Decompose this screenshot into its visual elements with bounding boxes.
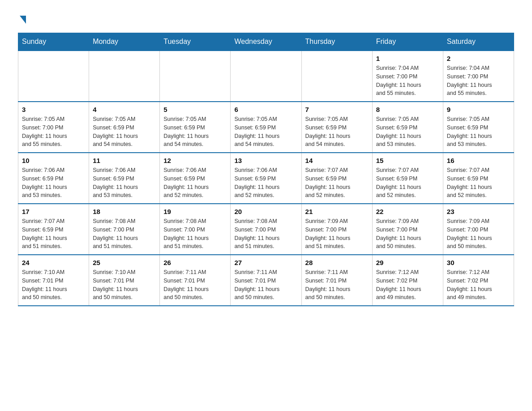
- day-info: Sunrise: 7:06 AM Sunset: 6:59 PM Dayligh…: [163, 166, 227, 200]
- day-info: Sunrise: 7:10 AM Sunset: 7:01 PM Dayligh…: [93, 268, 156, 302]
- calendar-header-monday: Monday: [89, 33, 160, 51]
- day-info: Sunrise: 7:12 AM Sunset: 7:02 PM Dayligh…: [447, 268, 510, 302]
- calendar-cell: 20Sunrise: 7:08 AM Sunset: 7:00 PM Dayli…: [231, 204, 301, 255]
- logo-arrow-icon: [20, 16, 26, 24]
- calendar-table: SundayMondayTuesdayWednesdayThursdayFrid…: [18, 33, 514, 306]
- day-number: 2: [447, 55, 510, 62]
- day-number: 24: [22, 259, 85, 266]
- day-info: Sunrise: 7:05 AM Sunset: 6:59 PM Dayligh…: [376, 115, 439, 149]
- day-number: 15: [376, 157, 439, 164]
- day-number: 29: [376, 259, 439, 266]
- day-info: Sunrise: 7:08 AM Sunset: 7:00 PM Dayligh…: [163, 217, 227, 251]
- calendar-cell: [231, 51, 301, 102]
- day-info: Sunrise: 7:07 AM Sunset: 6:59 PM Dayligh…: [305, 166, 369, 200]
- calendar-cell: 9Sunrise: 7:05 AM Sunset: 6:59 PM Daylig…: [443, 102, 514, 153]
- day-number: 20: [234, 208, 297, 215]
- day-info: Sunrise: 7:09 AM Sunset: 7:00 PM Dayligh…: [376, 217, 439, 251]
- calendar-cell: 14Sunrise: 7:07 AM Sunset: 6:59 PM Dayli…: [301, 153, 372, 204]
- day-info: Sunrise: 7:12 AM Sunset: 7:02 PM Dayligh…: [376, 268, 439, 302]
- day-number: 18: [93, 208, 156, 215]
- day-number: 16: [447, 157, 510, 164]
- day-number: 6: [234, 106, 297, 113]
- calendar-cell: 3Sunrise: 7:05 AM Sunset: 7:00 PM Daylig…: [18, 102, 89, 153]
- day-number: 26: [163, 259, 227, 266]
- calendar-cell: 15Sunrise: 7:07 AM Sunset: 6:59 PM Dayli…: [372, 153, 443, 204]
- calendar-cell: 25Sunrise: 7:10 AM Sunset: 7:01 PM Dayli…: [89, 255, 160, 306]
- day-info: Sunrise: 7:05 AM Sunset: 6:59 PM Dayligh…: [93, 115, 156, 149]
- calendar-header-sunday: Sunday: [18, 33, 89, 51]
- calendar-cell: [18, 51, 89, 102]
- day-info: Sunrise: 7:08 AM Sunset: 7:00 PM Dayligh…: [93, 217, 156, 251]
- calendar-week-row: 3Sunrise: 7:05 AM Sunset: 7:00 PM Daylig…: [18, 102, 514, 153]
- day-number: 22: [376, 208, 439, 215]
- day-info: Sunrise: 7:06 AM Sunset: 6:59 PM Dayligh…: [22, 166, 85, 200]
- day-info: Sunrise: 7:06 AM Sunset: 6:59 PM Dayligh…: [93, 166, 156, 200]
- day-number: 9: [447, 106, 510, 113]
- calendar-header-wednesday: Wednesday: [231, 33, 301, 51]
- day-number: 14: [305, 157, 369, 164]
- calendar-cell: 24Sunrise: 7:10 AM Sunset: 7:01 PM Dayli…: [18, 255, 89, 306]
- day-info: Sunrise: 7:09 AM Sunset: 7:00 PM Dayligh…: [447, 217, 510, 251]
- calendar-cell: 18Sunrise: 7:08 AM Sunset: 7:00 PM Dayli…: [89, 204, 160, 255]
- calendar-cell: [160, 51, 231, 102]
- calendar-cell: 11Sunrise: 7:06 AM Sunset: 6:59 PM Dayli…: [89, 153, 160, 204]
- day-info: Sunrise: 7:04 AM Sunset: 7:00 PM Dayligh…: [376, 64, 439, 98]
- calendar-cell: 13Sunrise: 7:06 AM Sunset: 6:59 PM Dayli…: [231, 153, 301, 204]
- day-number: 5: [163, 106, 227, 113]
- day-number: 27: [234, 259, 297, 266]
- day-info: Sunrise: 7:07 AM Sunset: 6:59 PM Dayligh…: [22, 217, 85, 251]
- calendar-cell: 4Sunrise: 7:05 AM Sunset: 6:59 PM Daylig…: [89, 102, 160, 153]
- day-info: Sunrise: 7:11 AM Sunset: 7:01 PM Dayligh…: [305, 268, 369, 302]
- calendar-header-thursday: Thursday: [301, 33, 372, 51]
- day-info: Sunrise: 7:05 AM Sunset: 6:59 PM Dayligh…: [163, 115, 227, 149]
- calendar-cell: 22Sunrise: 7:09 AM Sunset: 7:00 PM Dayli…: [372, 204, 443, 255]
- day-number: 10: [22, 157, 85, 164]
- day-info: Sunrise: 7:05 AM Sunset: 6:59 PM Dayligh…: [447, 115, 510, 149]
- calendar-cell: 7Sunrise: 7:05 AM Sunset: 6:59 PM Daylig…: [301, 102, 372, 153]
- day-info: Sunrise: 7:05 AM Sunset: 7:00 PM Dayligh…: [22, 115, 85, 149]
- day-number: 23: [447, 208, 510, 215]
- calendar-cell: 12Sunrise: 7:06 AM Sunset: 6:59 PM Dayli…: [160, 153, 231, 204]
- day-info: Sunrise: 7:05 AM Sunset: 6:59 PM Dayligh…: [234, 115, 297, 149]
- day-info: Sunrise: 7:11 AM Sunset: 7:01 PM Dayligh…: [234, 268, 297, 302]
- calendar-cell: 1Sunrise: 7:04 AM Sunset: 7:00 PM Daylig…: [372, 51, 443, 102]
- day-info: Sunrise: 7:04 AM Sunset: 7:00 PM Dayligh…: [447, 64, 510, 98]
- day-number: 21: [305, 208, 369, 215]
- calendar-cell: [89, 51, 160, 102]
- day-number: 1: [376, 55, 439, 62]
- day-number: 19: [163, 208, 227, 215]
- day-number: 30: [447, 259, 510, 266]
- day-number: 8: [376, 106, 439, 113]
- calendar-week-row: 17Sunrise: 7:07 AM Sunset: 6:59 PM Dayli…: [18, 204, 514, 255]
- day-info: Sunrise: 7:09 AM Sunset: 7:00 PM Dayligh…: [305, 217, 369, 251]
- day-info: Sunrise: 7:10 AM Sunset: 7:01 PM Dayligh…: [22, 268, 85, 302]
- calendar-cell: 6Sunrise: 7:05 AM Sunset: 6:59 PM Daylig…: [231, 102, 301, 153]
- day-info: Sunrise: 7:05 AM Sunset: 6:59 PM Dayligh…: [305, 115, 369, 149]
- day-number: 4: [93, 106, 156, 113]
- calendar-header-row: SundayMondayTuesdayWednesdayThursdayFrid…: [18, 33, 514, 51]
- day-number: 7: [305, 106, 369, 113]
- calendar-header-tuesday: Tuesday: [160, 33, 231, 51]
- calendar-week-row: 24Sunrise: 7:10 AM Sunset: 7:01 PM Dayli…: [18, 255, 514, 306]
- calendar-cell: 27Sunrise: 7:11 AM Sunset: 7:01 PM Dayli…: [231, 255, 301, 306]
- calendar-week-row: 1Sunrise: 7:04 AM Sunset: 7:00 PM Daylig…: [18, 51, 514, 102]
- day-info: Sunrise: 7:11 AM Sunset: 7:01 PM Dayligh…: [163, 268, 227, 302]
- calendar-cell: 19Sunrise: 7:08 AM Sunset: 7:00 PM Dayli…: [160, 204, 231, 255]
- day-number: 12: [163, 157, 227, 164]
- calendar-cell: 26Sunrise: 7:11 AM Sunset: 7:01 PM Dayli…: [160, 255, 231, 306]
- calendar-cell: 16Sunrise: 7:07 AM Sunset: 6:59 PM Dayli…: [443, 153, 514, 204]
- calendar-cell: 10Sunrise: 7:06 AM Sunset: 6:59 PM Dayli…: [18, 153, 89, 204]
- calendar-cell: 30Sunrise: 7:12 AM Sunset: 7:02 PM Dayli…: [443, 255, 514, 306]
- calendar-cell: [301, 51, 372, 102]
- day-number: 11: [93, 157, 156, 164]
- calendar-cell: 8Sunrise: 7:05 AM Sunset: 6:59 PM Daylig…: [372, 102, 443, 153]
- day-number: 3: [22, 106, 85, 113]
- calendar-week-row: 10Sunrise: 7:06 AM Sunset: 6:59 PM Dayli…: [18, 153, 514, 204]
- logo: [18, 13, 26, 24]
- day-number: 28: [305, 259, 369, 266]
- calendar-cell: 21Sunrise: 7:09 AM Sunset: 7:00 PM Dayli…: [301, 204, 372, 255]
- page-header: [18, 13, 514, 24]
- day-number: 17: [22, 208, 85, 215]
- calendar-cell: 5Sunrise: 7:05 AM Sunset: 6:59 PM Daylig…: [160, 102, 231, 153]
- calendar-header-saturday: Saturday: [443, 33, 514, 51]
